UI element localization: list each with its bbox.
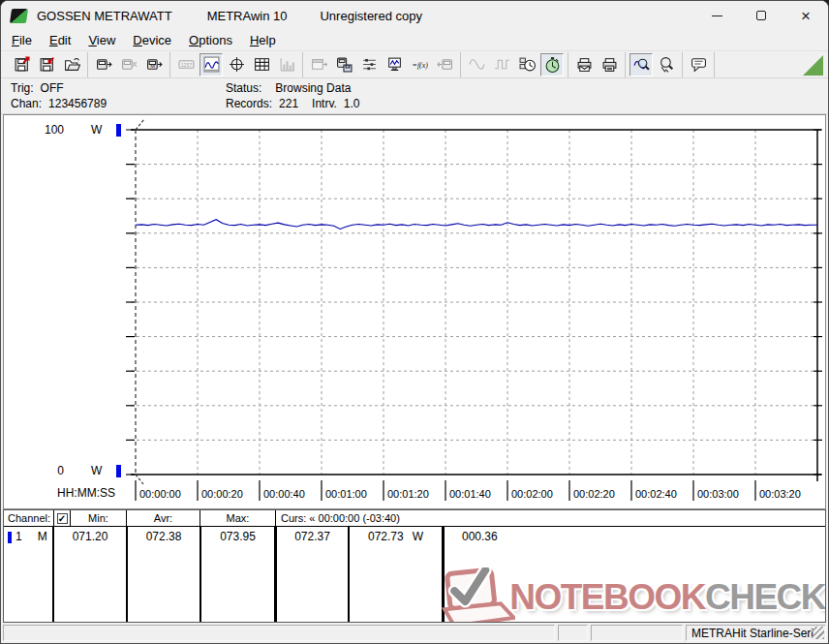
view-histogram-icon xyxy=(279,56,295,73)
device-disconnect-icon xyxy=(121,56,138,73)
cell-cursor1-value: 072.37 xyxy=(277,527,350,622)
channel1-trace xyxy=(136,220,817,230)
formula-icon: =f(x) xyxy=(412,56,428,73)
toolbar: M1257=f(x) xyxy=(1,51,828,78)
channel-row-1: 1 M 071.20 072.38 073.95 072.37 072.73 W… xyxy=(4,527,825,622)
svg-text:00:02:20: 00:02:20 xyxy=(573,488,615,500)
title-product-name: METRAwin 10 xyxy=(207,9,288,23)
toolbar-group: 1257 xyxy=(170,52,303,77)
channel-list: Chan:123456789 xyxy=(11,96,107,111)
svg-text:00:02:00: 00:02:00 xyxy=(511,488,553,500)
app-window: GOSSEN METRAWATT METRAwin 10 Unregistere… xyxy=(0,0,829,644)
power-trend-chart[interactable]: 00:00:0000:00:2000:00:4000:01:0000:01:20… xyxy=(4,115,827,508)
scale-settings-icon xyxy=(361,56,378,73)
annotation-icon xyxy=(691,56,707,73)
toolbar-button-view-crosshair[interactable] xyxy=(225,53,248,77)
header-checkbox-cell xyxy=(54,510,71,526)
svg-text:M: M xyxy=(150,63,155,69)
toolbar-button-monitor-online[interactable] xyxy=(383,53,406,77)
menu-item-edit[interactable]: Edit xyxy=(41,31,79,49)
svg-text:00:01:40: 00:01:40 xyxy=(449,488,491,500)
device-read-icon xyxy=(96,56,112,73)
menu-item-file[interactable]: File xyxy=(3,31,41,49)
toolbar-button-device-store[interactable] xyxy=(332,53,355,77)
toolbar-button-formula[interactable]: =f(x) xyxy=(408,53,431,77)
toolbar-button-print-mail[interactable] xyxy=(572,53,596,77)
toolbar-button-file-open[interactable] xyxy=(60,53,83,77)
statusbar-panel-1 xyxy=(3,625,555,641)
svg-text:00:00:40: 00:00:40 xyxy=(263,488,305,500)
menu-item-options[interactable]: Options xyxy=(180,31,241,49)
cell-min: 071.20 xyxy=(54,527,128,622)
cell-max: 073.95 xyxy=(201,527,277,622)
records-readout: Records:221Intrv.1.0 xyxy=(226,96,360,111)
statusbar-device-panel: METRAHit Starline-Seri xyxy=(686,625,826,641)
toolbar-button-annotation[interactable] xyxy=(687,53,710,77)
toolbar-button-device-memory[interactable]: M xyxy=(142,53,166,77)
status-readout: Status:Browsing Data xyxy=(226,80,360,96)
zoom-pointer-icon xyxy=(659,56,675,73)
svg-text:00:03:20: 00:03:20 xyxy=(759,488,801,500)
toolbar-button-device-read[interactable] xyxy=(92,53,115,77)
svg-text:00:01:00: 00:01:00 xyxy=(325,488,367,500)
toolbar-button-view-histogram xyxy=(275,53,298,77)
toolbar-button-wave-sine xyxy=(465,53,488,77)
cell-avr: 072.38 xyxy=(128,527,201,622)
close-button[interactable] xyxy=(783,1,828,30)
toolbar-button-view-table[interactable] xyxy=(250,53,273,77)
header-max: Max: xyxy=(200,510,276,526)
cell-cursor2-value: 072.73 W xyxy=(350,527,445,622)
connection-indicator-triangle xyxy=(803,55,823,76)
resize-grip[interactable] xyxy=(812,627,824,639)
channel-visible-checkbox[interactable] xyxy=(57,513,68,524)
cell-channel-mode: M xyxy=(38,530,47,622)
header-cursor: Curs: « 00:00:00 (-03:40) xyxy=(276,510,825,526)
channel-table: Channel: Min: Avr: Max: Curs: « 00:00:00… xyxy=(3,509,826,623)
wave-square-icon xyxy=(494,56,510,73)
svg-text:00:00:00: 00:00:00 xyxy=(139,488,181,500)
toolbar-button-display-digital: 1257 xyxy=(174,53,198,77)
toolbar-button-zoom-pointer[interactable] xyxy=(655,53,678,77)
header-avr: Avr: xyxy=(127,510,200,526)
toolbar-button-scale-settings[interactable] xyxy=(357,53,381,77)
minimize-button[interactable] xyxy=(694,1,739,30)
toolbar-group xyxy=(6,52,88,77)
toolbar-group xyxy=(626,52,683,77)
channel1-color-marker xyxy=(8,532,12,543)
maximize-button[interactable] xyxy=(739,1,783,30)
toolbar-button-device-left xyxy=(433,53,456,77)
toolbar-button-file-import[interactable] xyxy=(10,53,33,77)
toolbar-group xyxy=(461,52,568,77)
toolbar-button-device-disconnect xyxy=(117,53,140,77)
toolbar-button-time-interval[interactable] xyxy=(515,53,538,77)
view-graph-icon xyxy=(203,56,220,73)
statusbar-panel-2 xyxy=(558,625,588,641)
device-store-icon xyxy=(336,56,353,73)
toolbar-button-file-save[interactable] xyxy=(35,53,58,77)
print-icon xyxy=(601,56,618,73)
chart-panel[interactable]: 100 W 0 W HH:MM:SS 00:00:0000:00:2000:00… xyxy=(3,114,826,509)
file-save-icon xyxy=(39,56,55,73)
cell-channel-id: 1 M xyxy=(4,527,54,622)
channel-table-header: Channel: Min: Avr: Max: Curs: « 00:00:00… xyxy=(4,510,825,527)
print-mail-icon xyxy=(576,56,593,73)
toolbar-button-stopwatch[interactable] xyxy=(540,53,564,77)
cell-cursor2-unit: W xyxy=(413,530,423,622)
toolbar-group xyxy=(568,52,626,77)
device-left-icon xyxy=(437,56,453,73)
menu-item-help[interactable]: Help xyxy=(241,31,285,49)
toolbar-button-print[interactable] xyxy=(598,53,621,77)
toolbar-button-zoom-curve[interactable] xyxy=(629,53,653,77)
toolbar-button-view-graph[interactable] xyxy=(200,53,223,77)
file-import-icon xyxy=(14,56,30,73)
toolbar-group xyxy=(683,52,715,77)
svg-text:00:02:40: 00:02:40 xyxy=(635,488,677,500)
connected-device-name: METRAHit Starline-Seri xyxy=(691,627,814,640)
menu-item-view[interactable]: View xyxy=(79,31,124,49)
svg-text:00:03:00: 00:03:00 xyxy=(697,488,739,500)
toolbar-group: M xyxy=(88,52,170,77)
menu-item-device[interactable]: Device xyxy=(124,31,180,49)
header-channel: Channel: xyxy=(4,510,54,526)
header-min: Min: xyxy=(71,510,127,526)
stopwatch-icon xyxy=(544,56,561,73)
